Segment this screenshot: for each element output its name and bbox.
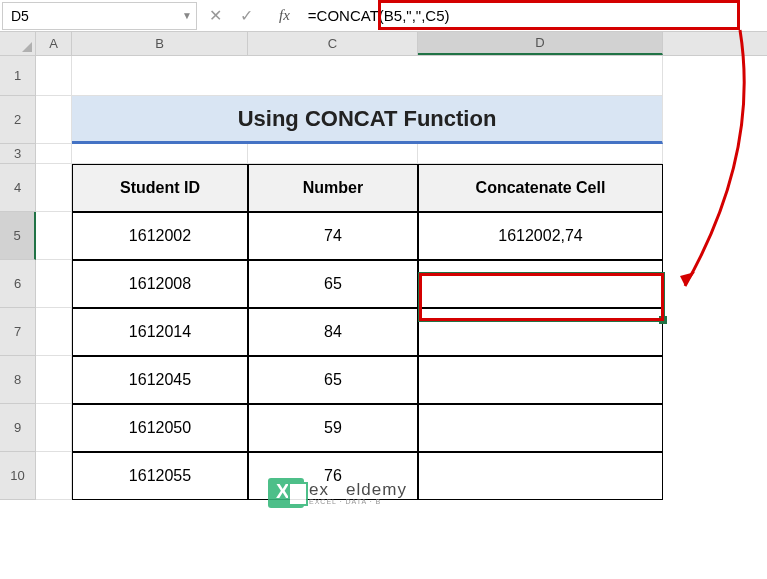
logo-text: ex eldemy EXCEL · DATA · B bbox=[309, 481, 407, 505]
logo-icon bbox=[268, 478, 304, 508]
fx-icon[interactable]: fx bbox=[279, 7, 290, 24]
cell-C5[interactable]: 74 bbox=[248, 212, 418, 260]
table-header-number[interactable]: Number bbox=[248, 164, 418, 212]
cell-B5[interactable]: 1612002 bbox=[72, 212, 248, 260]
formula-controls: ✕ ✓ fx bbox=[199, 6, 300, 25]
cell-A3[interactable] bbox=[36, 144, 72, 164]
row-3: 3 bbox=[0, 144, 767, 164]
logo-main: ex eldemy bbox=[309, 481, 407, 498]
cell-D10[interactable] bbox=[418, 452, 663, 500]
cell-C9[interactable]: 59 bbox=[248, 404, 418, 452]
cell-A1[interactable] bbox=[36, 56, 72, 96]
cell-C1[interactable] bbox=[248, 56, 418, 96]
title-cell[interactable]: Using CONCAT Function bbox=[72, 96, 663, 144]
table-header-studentid[interactable]: Student ID bbox=[72, 164, 248, 212]
row-header-2[interactable]: 2 bbox=[0, 96, 36, 144]
cell-D3[interactable] bbox=[418, 144, 663, 164]
col-header-B[interactable]: B bbox=[72, 32, 248, 55]
cell-B7[interactable]: 1612014 bbox=[72, 308, 248, 356]
formula-bar-row: D5 ▼ ✕ ✓ fx =CONCAT(B5,",",C5) bbox=[0, 0, 767, 32]
row-header-3[interactable]: 3 bbox=[0, 144, 36, 164]
row-header-8[interactable]: 8 bbox=[0, 356, 36, 404]
row-1: 1 bbox=[0, 56, 767, 96]
chevron-down-icon[interactable]: ▼ bbox=[182, 10, 192, 21]
row-5: 5 1612002 74 1612002,74 bbox=[0, 212, 767, 260]
row-7: 7 1612014 84 bbox=[0, 308, 767, 356]
cell-B10[interactable]: 1612055 bbox=[72, 452, 248, 500]
cell-A10[interactable] bbox=[36, 452, 72, 500]
cell-A4[interactable] bbox=[36, 164, 72, 212]
grid-body: 1 2 Using CONCAT Function 3 4 Student ID… bbox=[0, 56, 767, 500]
row-header-1[interactable]: 1 bbox=[0, 56, 36, 96]
logo-sub: EXCEL · DATA · B bbox=[309, 498, 407, 505]
cell-C7[interactable]: 84 bbox=[248, 308, 418, 356]
cell-A7[interactable] bbox=[36, 308, 72, 356]
cell-B9[interactable]: 1612050 bbox=[72, 404, 248, 452]
cell-B1[interactable] bbox=[72, 56, 248, 96]
confirm-icon[interactable]: ✓ bbox=[240, 6, 253, 25]
cell-B8[interactable]: 1612045 bbox=[72, 356, 248, 404]
cancel-icon[interactable]: ✕ bbox=[209, 6, 222, 25]
cell-B3[interactable] bbox=[72, 144, 248, 164]
row-header-5[interactable]: 5 bbox=[0, 212, 36, 260]
formula-bar-value: =CONCAT(B5,",",C5) bbox=[308, 7, 450, 24]
col-header-C[interactable]: C bbox=[248, 32, 418, 55]
formula-bar[interactable]: =CONCAT(B5,",",C5) bbox=[300, 2, 767, 30]
column-headers: A B C D bbox=[0, 32, 767, 56]
cell-A8[interactable] bbox=[36, 356, 72, 404]
cell-B6[interactable]: 1612008 bbox=[72, 260, 248, 308]
cell-A5[interactable] bbox=[36, 212, 72, 260]
cell-C6[interactable]: 65 bbox=[248, 260, 418, 308]
cell-D7[interactable] bbox=[418, 308, 663, 356]
name-box-value: D5 bbox=[11, 8, 29, 24]
cell-C3[interactable] bbox=[248, 144, 418, 164]
row-4: 4 Student ID Number Concatenate Cell bbox=[0, 164, 767, 212]
row-header-4[interactable]: 4 bbox=[0, 164, 36, 212]
cell-D1[interactable] bbox=[418, 56, 663, 96]
cell-C8[interactable]: 65 bbox=[248, 356, 418, 404]
row-2: 2 Using CONCAT Function bbox=[0, 96, 767, 144]
row-8: 8 1612045 65 bbox=[0, 356, 767, 404]
row-6: 6 1612008 65 bbox=[0, 260, 767, 308]
exceldemy-logo: ex eldemy EXCEL · DATA · B bbox=[268, 478, 407, 508]
row-header-7[interactable]: 7 bbox=[0, 308, 36, 356]
table-header-concat[interactable]: Concatenate Cell bbox=[418, 164, 663, 212]
cell-A2[interactable] bbox=[36, 96, 72, 144]
row-header-6[interactable]: 6 bbox=[0, 260, 36, 308]
row-header-10[interactable]: 10 bbox=[0, 452, 36, 500]
cell-D9[interactable] bbox=[418, 404, 663, 452]
row-header-9[interactable]: 9 bbox=[0, 404, 36, 452]
col-header-D[interactable]: D bbox=[418, 32, 663, 55]
cell-D5[interactable]: 1612002,74 bbox=[418, 212, 663, 260]
select-all-corner[interactable] bbox=[0, 32, 36, 55]
col-header-A[interactable]: A bbox=[36, 32, 72, 55]
name-box[interactable]: D5 ▼ bbox=[2, 2, 197, 30]
cell-A6[interactable] bbox=[36, 260, 72, 308]
cell-A9[interactable] bbox=[36, 404, 72, 452]
row-9: 9 1612050 59 bbox=[0, 404, 767, 452]
cell-D6[interactable] bbox=[418, 260, 663, 308]
cell-D8[interactable] bbox=[418, 356, 663, 404]
